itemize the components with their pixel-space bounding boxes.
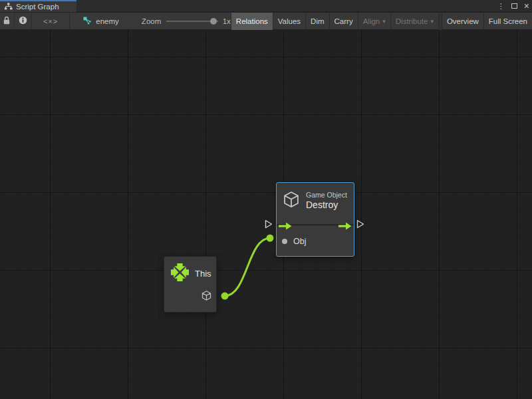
relations-button-label: Relations [236,17,268,25]
align-button-label: Align [363,17,380,25]
distribute-button[interactable]: Distribute ▾ [390,13,438,30]
maximize-icon[interactable] [511,3,517,9]
align-button[interactable]: Align ▾ [358,13,390,30]
tab-label: Script Graph [16,3,59,11]
this-node-header: This [164,257,216,290]
flow-input-connector-icon[interactable] [265,219,273,231]
script-graph-window: Script Graph ⋮ × [0,0,532,399]
values-button-label: Values [278,17,301,25]
flow-input-port-icon[interactable] [279,221,292,233]
destroy-node-category: Game Object [306,191,347,200]
tab-script-graph[interactable]: Script Graph [0,0,76,12]
zoom-value: 1x [223,17,231,25]
graph-name: enemy [96,17,119,25]
chevron-down-icon: ▾ [382,18,386,25]
code-view-button[interactable]: <×> [32,13,70,30]
full-screen-button[interactable]: Full Screen [483,13,532,30]
graph-breadcrumb[interactable]: enemy [83,17,119,26]
toolbar-separator [69,13,70,30]
flow-output-port-icon[interactable] [338,221,352,233]
graph-canvas[interactable] [0,30,532,399]
window-controls: ⋮ × [497,0,529,12]
info-button[interactable] [15,13,31,30]
code-icon: <×> [43,17,58,25]
this-node-title: This [195,269,211,279]
game-object-cube-icon [282,190,301,211]
flow-output-connector-icon[interactable] [356,219,364,231]
zoom-slider[interactable] [166,18,217,25]
destroy-node-header: Game Object Destroy [277,183,354,219]
distribute-button-label: Distribute [396,17,428,25]
toolbar-buttons: Relations Values Dim Carry Align ▾ Distr… [231,13,532,30]
relations-button[interactable]: Relations [231,13,273,30]
hierarchy-icon [4,1,13,13]
carry-button-label: Carry [334,17,353,25]
chevron-down-icon: ▾ [430,18,434,25]
obj-input-port[interactable] [282,239,287,244]
carry-button[interactable]: Carry [329,13,358,30]
graph-icon [83,17,92,26]
overview-button-label: Overview [447,17,479,25]
destroy-node-title: Destroy [306,200,347,211]
this-output-port-icon[interactable] [201,290,212,304]
values-button[interactable]: Values [273,13,305,30]
tab-bar: Script Graph ⋮ × [0,0,532,12]
lock-icon [3,16,11,26]
dim-button[interactable]: Dim [305,13,329,30]
obj-input-row: Obj [277,232,354,251]
overview-button[interactable]: Overview [442,13,483,30]
this-node[interactable]: This [164,256,217,313]
info-icon [19,16,27,26]
zoom-slider-handle[interactable] [210,18,217,25]
destroy-node[interactable]: Game Object Destroy Obj [276,182,354,257]
close-icon[interactable]: × [524,1,529,11]
dim-button-label: Dim [311,17,324,25]
full-screen-button-label: Full Screen [489,17,527,25]
graph-toolbar: <×> enemy Zoom 1x Relations [0,13,532,30]
this-self-icon [171,263,189,284]
zoom-label: Zoom [142,17,161,25]
obj-port-label: Obj [293,237,306,246]
window-menu-icon[interactable]: ⋮ [497,3,505,10]
lock-button[interactable] [0,13,14,30]
